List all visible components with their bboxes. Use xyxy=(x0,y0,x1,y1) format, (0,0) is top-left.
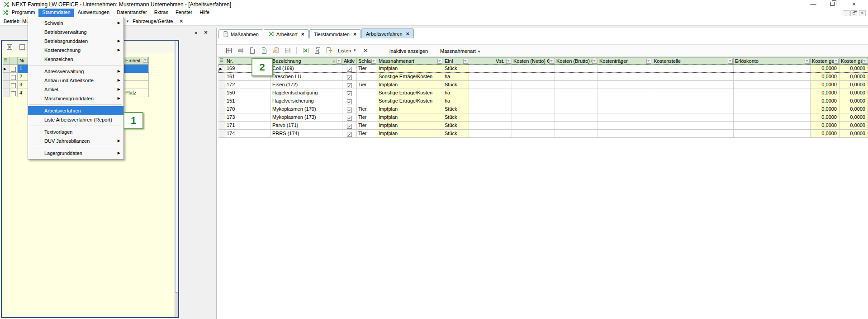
cell-schlag[interactable] xyxy=(357,73,377,81)
cell-kosten-gesamt-1[interactable]: 0,0000 xyxy=(811,113,840,122)
cell-aktiv-checkbox[interactable]: ✓ xyxy=(342,73,357,81)
filter-icon[interactable] xyxy=(805,59,810,64)
print-icon[interactable] xyxy=(236,46,245,55)
cell-schlag[interactable] xyxy=(357,89,377,97)
cell-kosten-netto[interactable] xyxy=(512,105,555,113)
cell-kostenstelle[interactable] xyxy=(652,73,734,81)
cell-einheit[interactable]: Stück xyxy=(443,65,469,73)
cell-schlag[interactable]: Tier xyxy=(357,122,377,130)
cell-nr[interactable]: 174 xyxy=(225,130,271,138)
menubar-item[interactable]: Auswertungen xyxy=(74,9,113,17)
cell-kostentraeger[interactable] xyxy=(598,105,652,113)
cell-schlag[interactable]: Tier xyxy=(357,105,377,113)
toolbar-close-icon[interactable]: × xyxy=(360,46,370,55)
row-checkbox[interactable] xyxy=(9,81,18,89)
show-inactive-toggle[interactable]: inaktive anzeigen xyxy=(389,48,428,54)
column-header-kostentraeger[interactable]: Kostenträger xyxy=(598,57,652,65)
table-row[interactable]: ▶ 170 Mykoplasmen (170) ✓ Tier Impfplan … xyxy=(218,105,868,113)
cell-kosten-gesamt-2[interactable]: 0,0000 xyxy=(840,130,868,138)
column-header-kosten-brutto[interactable]: Kosten (Brutto) € xyxy=(555,57,598,65)
cell-schlag[interactable]: Tier xyxy=(357,81,377,89)
menubar-item[interactable]: Hilfe xyxy=(196,9,213,17)
menu-item[interactable]: Kostenrechnung ▶ xyxy=(28,46,123,55)
cell-kostentraeger[interactable] xyxy=(598,97,652,105)
cell-erloeskonto[interactable] xyxy=(734,81,811,89)
cell-kosten-brutto[interactable] xyxy=(555,130,598,138)
menu-item[interactable]: DÜV Jahresbilanzen ▶ xyxy=(28,136,123,145)
cell-vst[interactable] xyxy=(469,73,512,81)
filter-icon[interactable] xyxy=(834,59,839,64)
tab-close-icon[interactable]: × xyxy=(353,31,356,38)
cell-kosten-netto[interactable] xyxy=(512,81,555,89)
menu-item[interactable]: Lagergrunddaten ▶ xyxy=(28,149,123,158)
filter-icon[interactable] xyxy=(371,59,376,64)
cell-schlag[interactable]: Tier xyxy=(357,65,377,73)
filter-icon[interactable] xyxy=(862,59,867,64)
row-checkbox[interactable] xyxy=(9,73,18,81)
cell-kosten-gesamt-2[interactable]: 0,0000 xyxy=(840,122,868,130)
menubar-item[interactable]: Datentransfer xyxy=(113,9,151,17)
cell-kosten-gesamt-1[interactable]: 0,0000 xyxy=(811,81,840,89)
dock-scrollbar[interactable] xyxy=(175,41,178,317)
menu-item[interactable]: Anbau und Arbeitsorte ▶ xyxy=(28,76,123,85)
column-header-erloeskonto[interactable]: Erlöskonto xyxy=(734,57,811,65)
cell-vst[interactable] xyxy=(469,81,512,89)
minimize-button[interactable]: — xyxy=(807,1,819,8)
cell-kosten-brutto[interactable] xyxy=(555,97,598,105)
cell-schlag[interactable]: Tier xyxy=(357,113,377,122)
menu-item[interactable]: Betriebsverwaltung xyxy=(28,28,123,37)
cell-bezeichnung[interactable]: Coli (169) xyxy=(271,65,342,73)
column-header-kosten-gesamt-1[interactable]: Kosten ge xyxy=(811,57,840,65)
select-none-icon[interactable] xyxy=(18,43,26,51)
menubar-item[interactable]: Extras xyxy=(151,9,172,17)
filter-icon[interactable] xyxy=(506,59,511,64)
cell-massnahmenart[interactable]: Impfplan xyxy=(377,130,443,138)
new-record-icon[interactable] xyxy=(247,46,257,55)
cell-massnahmenart[interactable]: Impfplan xyxy=(377,65,443,73)
cell-kosten-gesamt-1[interactable]: 0,0000 xyxy=(811,73,840,81)
cell-nr[interactable]: 171 xyxy=(225,122,271,130)
child-restore-button[interactable] xyxy=(850,10,857,16)
filter-icon[interactable] xyxy=(337,59,342,64)
cell-kosten-gesamt-2[interactable]: 0,0000 xyxy=(840,105,868,113)
column-header-schlag[interactable]: Schlag xyxy=(357,57,377,65)
column-header-einl[interactable]: Einl xyxy=(443,57,469,65)
filter-icon[interactable] xyxy=(592,59,597,64)
menu-item[interactable]: Kennzeichen xyxy=(28,55,123,64)
cell-kosten-gesamt-2[interactable]: 0,0000 xyxy=(840,73,868,81)
cell-kosten-brutto[interactable] xyxy=(555,73,598,81)
table-row[interactable]: ▶ 171 Parvo (171) ✓ Tier Impfplan Stück … xyxy=(218,122,868,130)
cell-massnahmenart[interactable]: Impfplan xyxy=(377,105,443,113)
cell-massnahmenart[interactable]: Impfplan xyxy=(377,81,443,89)
cell-einheit[interactable]: Stück xyxy=(443,122,469,130)
cell-nr[interactable]: 170 xyxy=(225,105,271,113)
cell-aktiv-checkbox[interactable]: ✓ xyxy=(342,122,357,130)
cell-kosten-brutto[interactable] xyxy=(555,81,598,89)
filter-icon[interactable] xyxy=(549,59,554,64)
cell-kosten-gesamt-2[interactable]: 0,0000 xyxy=(840,81,868,89)
cell-kosten-gesamt-2[interactable]: 0,0000 xyxy=(840,89,868,97)
cell-einheit[interactable]: Platz xyxy=(123,89,149,97)
tab-close-icon[interactable]: × xyxy=(406,31,409,37)
document-tab[interactable]: Arbeitsverfahren × xyxy=(361,28,414,38)
cell-kosten-brutto[interactable] xyxy=(555,122,598,130)
column-header-bezeichnung[interactable]: Bezeichnung▲ xyxy=(271,57,342,65)
cell-bezeichnung[interactable]: PRRS (174) xyxy=(271,130,342,138)
massnahmenart-dropdown[interactable]: Massnahmenart ▼ xyxy=(440,48,481,54)
excel-export-icon[interactable] xyxy=(301,46,310,55)
cell-kosten-gesamt-1[interactable]: 0,0000 xyxy=(811,89,840,97)
table-row[interactable]: ▶ 151 Hagelversicherung ✓ Sonstige Erträ… xyxy=(218,97,868,105)
cell-kosten-brutto[interactable] xyxy=(555,89,598,97)
cell-vst[interactable] xyxy=(469,113,512,122)
table-row[interactable]: ▶ 173 Mykoplasmen (173) ✓ Tier Impfplan … xyxy=(218,113,868,122)
document-tab[interactable]: Arbeitsort × xyxy=(264,29,309,38)
cell-einheit[interactable]: Stück xyxy=(443,130,469,138)
cell-kosten-netto[interactable] xyxy=(512,97,555,105)
cell-einheit[interactable] xyxy=(123,73,149,81)
cell-bezeichnung[interactable]: Dreschen LU xyxy=(271,73,342,81)
cell-kosten-gesamt-1[interactable]: 0,0000 xyxy=(811,65,840,73)
cell-kosten-gesamt-1[interactable]: 0,0000 xyxy=(811,97,840,105)
cell-aktiv-checkbox[interactable]: ✓ xyxy=(342,81,357,89)
cell-nr[interactable]: 173 xyxy=(225,113,271,122)
cell-kostentraeger[interactable] xyxy=(598,65,652,73)
